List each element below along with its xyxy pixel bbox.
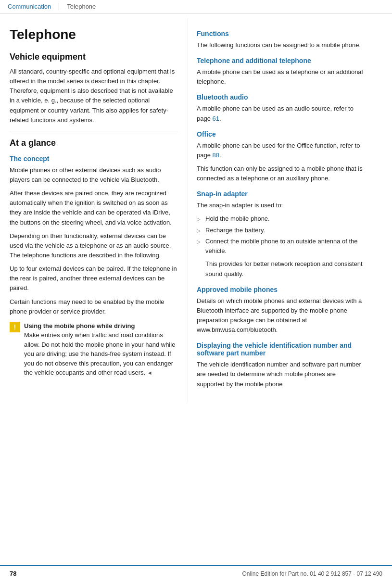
breadcrumb-communication[interactable]: Communication — [8, 3, 59, 10]
concept-body3: Depending on their functionality, extern… — [10, 231, 178, 260]
functions-body: The following functions can be assigned … — [197, 40, 364, 50]
warning-title: Using the mobile phone while driving — [24, 321, 178, 331]
warning-icon: ! — [10, 322, 20, 332]
displaying-heading: Displaying the vehicle identification nu… — [197, 341, 364, 357]
snap-in-bullet-3: Connect the mobile phone to an outside a… — [197, 237, 364, 255]
bluetooth-audio-link[interactable]: 61 — [213, 115, 219, 122]
snap-in-bullet-2: Recharge the battery. — [197, 226, 364, 235]
the-concept-heading: The concept — [10, 155, 178, 163]
concept-body5: Certain functions may need to be enabled… — [10, 297, 178, 316]
page-title: Telephone — [10, 27, 178, 42]
snap-in-heading: Snap-in adapter — [197, 190, 364, 198]
content-wrapper: Telephone Vehicle equipment All standard… — [0, 13, 392, 403]
concept-body2: After these devices are paired once, the… — [10, 189, 178, 227]
office-body2: This function can only be assigned to a … — [197, 164, 364, 183]
approved-phones-heading: Approved mobile phones — [197, 286, 364, 293]
breadcrumb: Communication Telephone — [0, 0, 392, 13]
right-column: Functions The following functions can be… — [188, 18, 373, 403]
warning-return-mark: ◄ — [147, 370, 152, 376]
approved-phones-body: Details on which mobile phones and exter… — [197, 296, 364, 335]
vehicle-equipment-heading: Vehicle equipment — [10, 52, 178, 62]
footer: 78 Online Edition for Part no. 01 40 2 9… — [0, 565, 392, 581]
office-body1-start: A mobile phone can be used for the Offic… — [197, 142, 360, 159]
warning-body: Make entries only when traffic and road … — [24, 331, 175, 376]
at-a-glance-heading: At a glance — [10, 138, 178, 148]
snap-in-bullets: Hold the mobile phone. Recharge the batt… — [197, 214, 364, 255]
office-heading: Office — [197, 130, 364, 138]
office-link[interactable]: 88 — [213, 152, 219, 159]
concept-body1: Mobile phones or other external devices … — [10, 165, 178, 185]
bluetooth-audio-body: A mobile phone can be used as an audio s… — [197, 104, 364, 123]
telephone-additional-body: A mobile phone can be used as a telephon… — [197, 67, 364, 87]
displaying-body: The vehicle identification number and so… — [197, 360, 364, 389]
left-column: Telephone Vehicle equipment All standard… — [0, 18, 188, 403]
warning-box: ! Using the mobile phone while driving M… — [10, 321, 178, 378]
snap-in-extra: This provides for better network recepti… — [205, 259, 364, 278]
warning-text-container: Using the mobile phone while driving Mak… — [24, 321, 178, 378]
breadcrumb-telephone: Telephone — [59, 3, 96, 10]
footer-page-number: 78 — [10, 570, 16, 577]
office-body1-end: . — [219, 152, 221, 159]
vehicle-equipment-body: All standard, country-specific and optio… — [10, 67, 178, 125]
bluetooth-audio-heading: Bluetooth audio — [197, 93, 364, 101]
snap-in-intro: The snap-in adapter is used to: — [197, 201, 364, 210]
bluetooth-audio-body-end: . — [219, 115, 221, 122]
footer-edition: Online Edition for Part no. 01 40 2 912 … — [242, 570, 382, 577]
telephone-additional-heading: Telephone and additional telephone — [197, 57, 364, 64]
office-body1: A mobile phone can be used for the Offic… — [197, 141, 364, 160]
section-divider — [10, 131, 178, 131]
concept-body4: Up to four external devices can be paire… — [10, 264, 178, 293]
snap-in-bullet-1: Hold the mobile phone. — [197, 214, 364, 224]
functions-heading: Functions — [197, 30, 364, 38]
